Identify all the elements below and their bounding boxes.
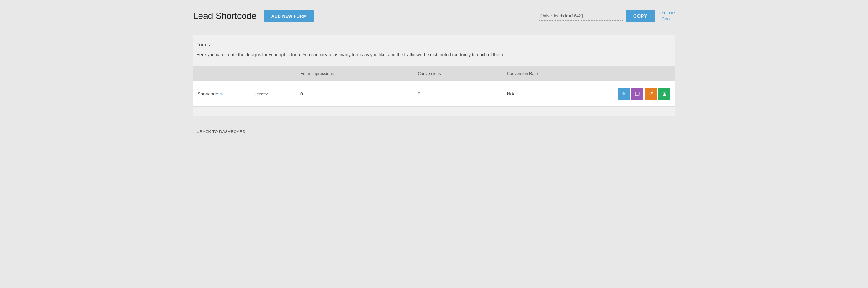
delete-icon: ⊞ <box>662 91 666 97</box>
row-name-cell: Shortcode ✎ <box>193 81 251 107</box>
forms-description: Here you can create the designs for your… <box>193 51 675 58</box>
delete-button[interactable]: ⊞ <box>658 88 671 100</box>
get-php-code-link[interactable]: Get PHP Code <box>658 10 675 22</box>
edit-icon: ✎ <box>622 91 626 97</box>
row-conversions-cell: 0 <box>413 81 502 107</box>
shortcode-name: Shortcode ✎ <box>197 91 246 96</box>
forms-section: Forms Here you can create the designs fo… <box>193 35 675 116</box>
col-header-conversion-rate: Conversion Rate <box>502 66 613 81</box>
row-conversion-rate-cell: N/A <box>502 81 613 107</box>
col-header-actions <box>613 66 675 81</box>
col-header-name <box>193 66 251 81</box>
page-title: Lead Shortcode <box>193 11 257 21</box>
row-actions-cell: ✎ ❐ ↺ ⊞ <box>613 81 675 107</box>
header-left: Lead Shortcode ADD NEW FORM <box>193 10 314 23</box>
row-impressions-cell: 0 <box>296 81 413 107</box>
duplicate-icon: ❐ <box>635 91 640 97</box>
table-header-row: Form Impressions Conversions Conversion … <box>193 66 675 81</box>
conversion-rate-value: N/A <box>507 91 514 96</box>
page-header: Lead Shortcode ADD NEW FORM COPY Get PHP… <box>193 10 675 23</box>
impressions-value: 0 <box>300 91 303 96</box>
table-row: Shortcode ✎ (control) 0 0 N/A <box>193 81 675 107</box>
col-header-tag <box>251 66 296 81</box>
control-tag: (control) <box>255 92 271 96</box>
duplicate-button[interactable]: ❐ <box>631 88 644 100</box>
row-tag-cell: (control) <box>251 81 296 107</box>
forms-section-title: Forms <box>193 42 675 47</box>
reset-icon: ↺ <box>649 91 653 97</box>
back-to-dashboard-link[interactable]: « BACK TO DASHBOARD <box>193 129 249 134</box>
col-header-conversions: Conversions <box>413 66 502 81</box>
reset-button[interactable]: ↺ <box>645 88 657 100</box>
copy-button[interactable]: COPY <box>626 10 655 23</box>
conversions-value: 0 <box>417 91 420 96</box>
footer: « BACK TO DASHBOARD <box>193 116 675 134</box>
add-new-form-button[interactable]: ADD NEW FORM <box>265 10 314 23</box>
shortcode-input[interactable] <box>539 11 623 21</box>
col-header-impressions: Form Impressions <box>296 66 413 81</box>
row-name-label: Shortcode <box>197 91 218 96</box>
header-right: COPY Get PHP Code <box>539 10 675 23</box>
edit-button[interactable]: ✎ <box>618 88 630 100</box>
action-buttons: ✎ ❐ ↺ ⊞ <box>618 88 671 100</box>
inline-edit-icon[interactable]: ✎ <box>220 92 223 96</box>
forms-table: Form Impressions Conversions Conversion … <box>193 66 675 107</box>
